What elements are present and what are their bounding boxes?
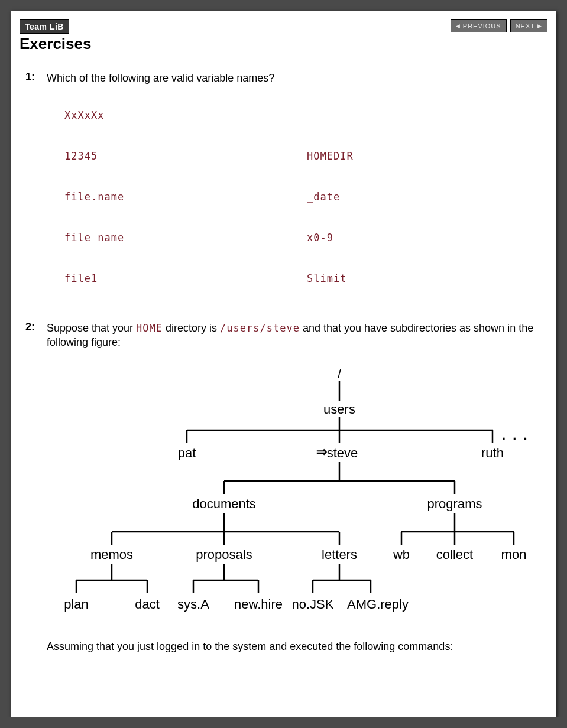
previous-button[interactable]: ◀ PREVIOUS [451,20,507,32]
tree-dots: . . . [502,427,529,444]
next-label: NEXT [516,22,535,30]
directory-tree-figure: / users pat ⇒ steve ruth . . . documents… [47,368,537,622]
page-title: Exercises [20,35,547,53]
var-file-dot-name: file.name [64,190,307,204]
exercise-1: 1: Which of the following are valid vari… [20,71,547,285]
tree-programs: programs [427,495,482,513]
tree-pat: pat [178,444,196,462]
triangle-right-icon: ▶ [537,23,542,29]
tree-steve: steve [327,444,358,462]
var-HOMEDIR: HOMEDIR [307,150,549,163]
var-Slimit: Slimit [307,272,549,285]
viewport-frame: Team LiB ◀ PREVIOUS NEXT ▶ Exercises 1: … [0,0,567,717]
var-12345: 12345 [64,150,307,163]
exercise-2-number: 2: [20,321,35,333]
tree-wb: wb [393,546,410,564]
var-x0-9: x0-9 [307,231,549,245]
variable-names-table: XxXxXx _ 12345 HOMEDIR file.name _date f… [64,109,549,285]
var-underscore: _ [307,109,549,122]
triangle-left-icon: ◀ [456,23,461,29]
arrow-right-icon: ⇒ [316,443,325,461]
tree-proposals: proposals [196,546,252,564]
tree-memos: memos [90,546,133,564]
var-XxXxXx: XxXxXx [64,109,307,122]
next-button[interactable]: NEXT ▶ [510,20,547,32]
var-file_name: file_name [64,231,307,245]
top-bar: Team LiB ◀ PREVIOUS NEXT ▶ [20,20,547,34]
team-lib-badge[interactable]: Team LiB [20,20,69,34]
document-page: Team LiB ◀ PREVIOUS NEXT ▶ Exercises 1: … [11,11,556,717]
tree-letters: letters [322,546,357,564]
exercise-2-body: Suppose that your HOME directory is /use… [47,321,547,654]
exercise-2-home-code: HOME [136,322,163,334]
exercise-2: 2: Suppose that your HOME directory is /… [20,321,547,654]
var-_date: _date [307,190,549,204]
var-file1: file1 [64,272,307,285]
exercise-2-path-code: /users/steve [220,322,300,334]
tree-newhire: new.hire [234,596,283,613]
tree-collect: collect [436,546,473,564]
exercise-2-after-figure: Assuming that you just logged in to the … [47,639,547,654]
exercise-2-text-b: directory is [163,322,220,334]
exercise-1-body: Which of the following are valid variabl… [47,71,549,285]
tree-users: users [323,401,355,418]
tree-plan: plan [64,596,89,613]
tree-mon: mon [501,546,527,564]
exercise-1-number: 1: [20,71,35,83]
tree-dact: dact [135,596,160,613]
tree-amgreply: AMG.reply [347,596,409,613]
previous-label: PREVIOUS [463,22,501,30]
tree-documents: documents [192,495,256,513]
tree-root: / [338,365,341,383]
nav-right-group: ◀ PREVIOUS NEXT ▶ [451,20,547,32]
tree-lines [47,368,537,622]
exercise-2-text-a: Suppose that your [47,322,136,334]
tree-noJSK: no.JSK [292,596,334,613]
tree-ruth: ruth [481,444,504,462]
tree-sysA: sys.A [177,596,209,613]
exercise-1-question: Which of the following are valid variabl… [47,72,274,84]
